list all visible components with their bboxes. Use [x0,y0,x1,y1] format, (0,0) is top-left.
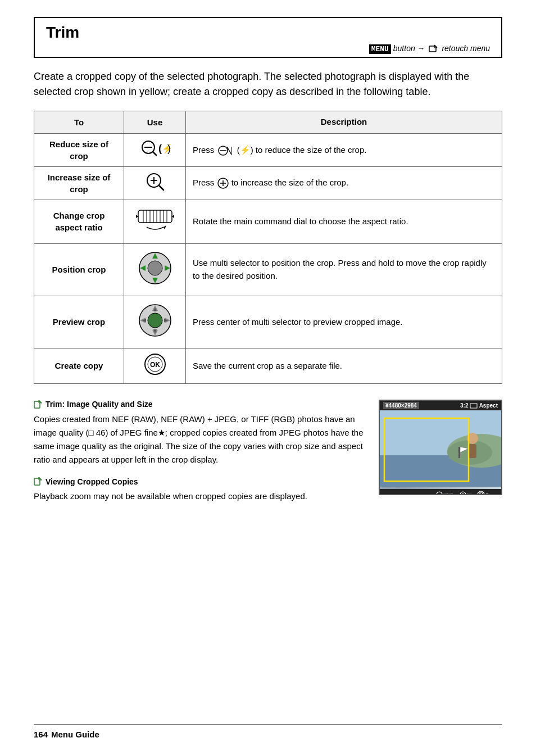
note1-icon [34,400,43,409]
table-row: Change cropaspect ratio [34,200,502,243]
row-label-reduce: Reduce size of crop [34,133,124,166]
row-use-position [124,243,186,296]
row-desc-preview: Press center of multi selector to previe… [186,296,502,348]
retouch-menu-label: retouch menu [442,44,490,53]
note1-title-text: Trim: Image Quality and Size [46,400,153,409]
table-row: Increase size ofcrop Press [34,166,502,200]
svg-line-17 [159,185,163,190]
note2-title: Viewing Cropped Copies [34,477,367,486]
table-row: Position crop [34,243,502,296]
note1-title: Trim: Image Quality and Size [34,400,367,409]
header-box: Trim MENU button → retouch menu [34,17,502,58]
row-desc-reduce: Press (⚡) to reduce the size of the crop… [186,133,502,166]
footer-title: Menu Guide [51,730,99,739]
preview-screen: ¥4480×2984 3:2 Aspect [379,400,502,495]
svg-text:OK: OK [479,493,485,495]
crop-table: To Use Description Reduce size of crop [34,111,502,384]
row-label-increase: Increase size ofcrop [34,166,124,200]
note2-icon [34,477,43,486]
page: Trim MENU button → retouch menu Create a… [0,0,536,756]
table-row: Create copy OK Save the current crop as … [34,348,502,383]
preview-bottom-bar: ⬚⬚ ⬚ OK Save [380,489,501,495]
row-label-preview: Preview crop [34,296,124,348]
svg-point-34 [148,261,162,275]
notes-section: Trim: Image Quality and Size Copies crea… [34,400,502,514]
table-row: Preview crop [34,296,502,348]
page-title: Trim [46,24,490,42]
row-label-create: Create copy [34,348,124,383]
size-badge: ¥4480×2984 [383,402,419,409]
note1-body: Copies created from NEF (RAW), NEF (RAW)… [34,413,367,467]
menu-label: MENU [369,44,391,54]
preview-image-area [380,410,501,489]
svg-rect-60 [470,404,477,408]
svg-rect-68 [469,444,476,458]
col-header-desc: Description [186,111,502,134]
camera-preview: ¥4480×2984 3:2 Aspect [379,400,502,495]
row-use-increase [124,166,186,200]
svg-marker-32 [163,225,166,229]
svg-text:⬚⬚: ⬚⬚ [443,492,453,495]
arrow-icon: → [417,44,425,53]
header-subtitle: MENU button → retouch menu [46,44,490,53]
note-viewing: Viewing Cropped Copies Playback zoom may… [34,477,367,503]
retouch-icon [428,44,442,53]
row-desc-aspect: Rotate the main command dial to choose t… [186,200,502,243]
row-label-aspect: Change cropaspect ratio [34,200,124,243]
footer: 164 Menu Guide [34,725,502,739]
row-label-position: Position crop [34,243,124,296]
svg-text:OK: OK [150,361,160,369]
row-use-aspect [124,200,186,243]
button-label: button [393,44,417,53]
preview-top-bar: ¥4480×2984 3:2 Aspect [380,401,501,410]
row-use-preview [124,296,186,348]
note-image-quality: Trim: Image Quality and Size Copies crea… [34,400,367,467]
col-header-use: Use [124,111,186,134]
row-use-reduce: ( ⚡ ) [124,133,186,166]
note2-title-text: Viewing Cropped Copies [46,477,138,486]
row-desc-position: Use multi selector to position the crop.… [186,243,502,296]
footer-page-number: 164 [34,730,48,739]
svg-point-40 [148,313,162,328]
table-row: Reduce size of crop ( ⚡ ) Pre [34,133,502,166]
svg-point-70 [437,492,442,495]
intro-text: Create a cropped copy of the selected ph… [34,69,502,99]
note2-body: Playback zoom may not be available when … [34,490,367,503]
row-desc-create: Save the current crop as a separate file… [186,348,502,383]
col-header-to: To [34,111,124,134]
notes-text: Trim: Image Quality and Size Copies crea… [34,400,367,514]
svg-text:Save: Save [485,492,497,495]
svg-line-6 [153,152,156,155]
row-desc-increase: Press to increase the size of the crop. [186,166,502,200]
svg-text:): ) [167,143,171,154]
row-use-create: OK [124,348,186,383]
aspect-badge: 3:2 Aspect [460,402,498,409]
svg-rect-0 [429,46,436,52]
svg-rect-65 [458,447,460,458]
svg-text:⬚: ⬚ [467,492,472,495]
